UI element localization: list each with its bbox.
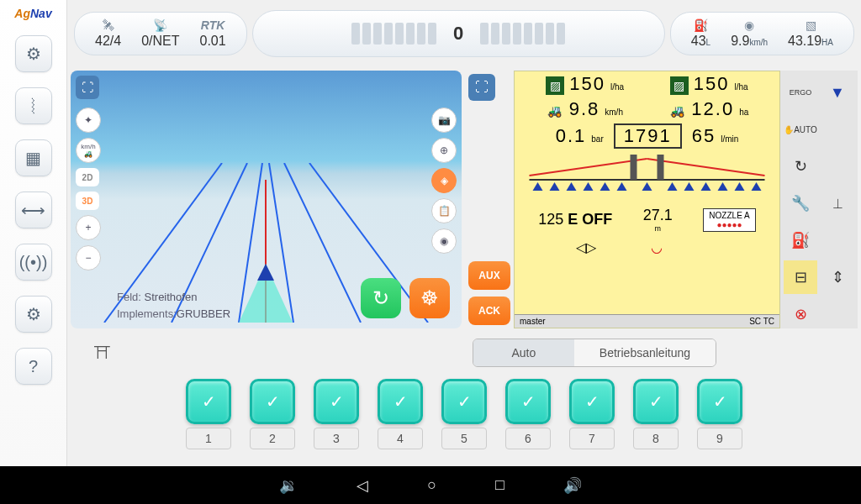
volume-up-icon[interactable]: 🔊 [563, 476, 582, 495]
rpm-readout: 1791 [614, 123, 682, 149]
sprayer-speed: 🚜9.8km/h [546, 98, 623, 120]
implement-icon: ⛩ [94, 344, 111, 363]
section-toggle-8[interactable]: ✓ [633, 379, 679, 424]
section-toggle-2[interactable]: ✓ [250, 379, 295, 424]
help-button[interactable]: ? [15, 348, 52, 385]
ergodrive-icon[interactable]: ERGO [784, 76, 817, 109]
recent-apps-icon[interactable]: □ [495, 476, 504, 494]
valve-icon[interactable]: ⊗ [784, 297, 817, 331]
aux-button[interactable]: AUX [468, 261, 510, 290]
section-toggle-9[interactable]: ✓ [697, 379, 742, 424]
master-label: master [520, 317, 546, 326]
section-toggle-5[interactable]: ✓ [441, 379, 487, 424]
target-icon[interactable]: ⊕ [431, 138, 457, 163]
sc-tc-label: SC TC [749, 317, 774, 326]
tank-level: 125 E OFF [538, 211, 612, 228]
boom-diagram [515, 150, 779, 201]
lightbar-gauge: 0 [252, 10, 665, 57]
work-status-group: ⛽ 43L ◉ 9.9km/h ▧ 43.19HA [670, 12, 854, 55]
fuel-icon: ⛽ [694, 18, 708, 32]
svg-marker-26 [752, 182, 762, 191]
svg-line-9 [530, 159, 647, 176]
svg-rect-13 [658, 155, 664, 180]
ab-line-button[interactable]: ⦚ [15, 87, 52, 124]
svg-marker-20 [642, 182, 652, 191]
level-gauge-icon: ◁▷ [576, 239, 596, 255]
svg-marker-25 [735, 182, 745, 191]
implement-button[interactable]: ⚙ [15, 35, 52, 72]
settings-button[interactable]: ⚙ [15, 296, 52, 333]
auto-mode-tab[interactable]: Auto [473, 339, 574, 366]
section-buttons: ✓ ✓ ✓ ✓ ✓ ✓ ✓ ✓ ✓ [77, 370, 851, 428]
section-label-5[interactable]: 5 [441, 428, 487, 449]
section-label-2[interactable]: 2 [250, 428, 295, 449]
rate2-readout: ▨150l/ha [670, 73, 748, 95]
section-label-1[interactable]: 1 [186, 428, 231, 449]
speedometer-icon: ◉ [744, 18, 754, 32]
section-toggle-1[interactable]: ✓ [186, 379, 231, 424]
section-toggle-3[interactable]: ✓ [314, 379, 359, 424]
back-icon[interactable]: ◁ [357, 476, 368, 495]
svg-marker-14 [533, 182, 543, 191]
fuel-stat: ⛽ 43L [681, 18, 721, 49]
fuel-pump-icon[interactable]: ⛽ [784, 223, 817, 257]
wrench-icon[interactable]: 🔧 [784, 186, 817, 220]
svg-marker-15 [550, 182, 560, 191]
section-label-3[interactable]: 3 [314, 428, 359, 449]
signal-button[interactable]: ((•)) [15, 244, 52, 281]
guidance-map[interactable]: ⛶ ✦ km/h🚜 2D 3D + − 📷 ⊕ ◈ 📋 ◉ [71, 71, 462, 328]
sprayer-terminal: ▨150l/ha ▨150l/ha 🚜9.8km/h 🚜12.0ha 0.1ba… [514, 71, 780, 328]
camera-icon[interactable]: 📷 [431, 108, 457, 133]
svg-marker-18 [600, 182, 610, 191]
svg-marker-17 [584, 182, 594, 191]
svg-line-10 [647, 159, 765, 176]
svg-marker-16 [567, 182, 577, 191]
volume-down-icon[interactable]: 🔉 [279, 476, 298, 495]
antenna-icon: 📡 [153, 18, 167, 32]
boom-fold-icon[interactable]: ⟂ [821, 186, 854, 220]
rtk-stat: RTK 0.01 [189, 18, 235, 49]
section-label-9[interactable]: 9 [697, 428, 742, 449]
section-toggle-6[interactable]: ✓ [505, 379, 551, 424]
ack-button[interactable]: ACK [468, 297, 510, 325]
section-toggle-7[interactable]: ✓ [569, 379, 615, 424]
svg-rect-12 [631, 155, 637, 180]
speed-stat: ◉ 9.9km/h [721, 18, 778, 49]
width-button[interactable]: ⟷ [15, 192, 52, 228]
uturn-button[interactable]: ↻ [361, 278, 401, 318]
section-label-8[interactable]: 8 [633, 428, 679, 449]
pressure-readout: 0.1bar [556, 125, 604, 147]
auto-hand-icon[interactable]: ✋AUTO [784, 113, 817, 146]
flow-readout: 65l/min [692, 125, 739, 147]
network-stat: 📡 0/NET [131, 18, 189, 49]
area-icon: ▧ [806, 18, 816, 32]
compass-icon[interactable]: ✦ [76, 108, 101, 133]
refresh-icon[interactable]: ↻ [784, 150, 817, 183]
expand-sprayer-icon[interactable]: ⛶ [468, 74, 495, 101]
section-label-4[interactable]: 4 [378, 428, 423, 449]
svg-marker-22 [684, 182, 695, 191]
dial-gauge-icon: ◡ [651, 239, 663, 255]
satellite-icon: 🛰 [103, 18, 114, 32]
svg-marker-23 [701, 182, 711, 191]
section-label-7[interactable]: 7 [569, 428, 615, 449]
section-label-6[interactable]: 6 [505, 428, 551, 449]
svg-marker-21 [668, 182, 678, 191]
manual-mode-tab[interactable]: Betriebsanleitung [574, 339, 716, 366]
speed-toggle[interactable]: km/h🚜 [76, 138, 101, 163]
height-icon[interactable]: ⇕ [821, 260, 854, 294]
svg-line-5 [284, 163, 361, 323]
field-button[interactable]: ▦ [15, 139, 52, 176]
app-logo: AgNav [14, 7, 51, 20]
spray-icon[interactable]: ▼ [821, 76, 854, 109]
area-stat: ▧ 43.19HA [778, 18, 843, 49]
sprayer-area: 🚜12.0ha [668, 98, 748, 120]
sprayer-tools: ERGO ▼ ✋AUTO ↻ 🔧 ⟂ ⛽ ⊟ ⇕ ⊗ [780, 71, 858, 328]
home-icon[interactable]: ○ [427, 476, 436, 494]
svg-marker-24 [718, 182, 728, 191]
steering-button[interactable]: ☸ [409, 278, 450, 318]
svg-marker-19 [617, 182, 627, 191]
section-toggle-4[interactable]: ✓ [378, 379, 423, 424]
section-icon[interactable]: ⊟ [784, 260, 817, 294]
fullscreen-icon[interactable]: ⛶ [76, 76, 99, 99]
